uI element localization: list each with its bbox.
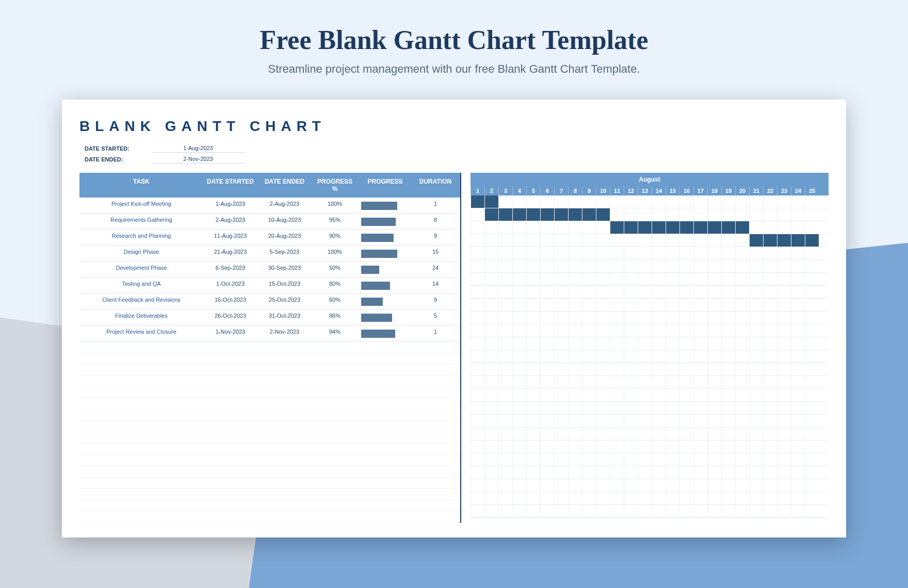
- gantt-cell: [652, 337, 666, 350]
- gantt-cell: [652, 312, 666, 324]
- task-table-header: TASK DATE STARTED DATE ENDED PROGRESS % …: [79, 173, 460, 198]
- gantt-cell: [512, 363, 526, 375]
- gantt-cell: [721, 247, 735, 259]
- gantt-cell: [763, 234, 777, 247]
- gantt-cell: [596, 415, 610, 427]
- gantt-cell: [693, 389, 707, 401]
- cell-date-ended: 20-Aug-2023: [257, 230, 312, 245]
- gantt-cell: [693, 440, 707, 453]
- gantt-cell: [471, 376, 484, 388]
- meta-date-ended-value[interactable]: 2-Nov-2023: [152, 155, 245, 164]
- gantt-cell: [484, 363, 498, 375]
- gantt-cell: [805, 234, 819, 247]
- gantt-cell: [735, 299, 749, 311]
- gantt-cell: [805, 415, 819, 427]
- gantt-cell: [763, 208, 777, 221]
- gantt-cell: [638, 312, 652, 324]
- empty-row: [79, 489, 460, 500]
- gantt-cell: [596, 234, 610, 247]
- cell-progress-pct: 100%: [312, 198, 358, 213]
- table-row[interactable]: Client Feedback and Revisions16-Oct-2023…: [79, 293, 460, 309]
- gantt-cell: [693, 324, 707, 337]
- gantt-cell: [652, 221, 666, 234]
- gantt-cell: [624, 466, 638, 479]
- gantt-cell: [624, 312, 638, 324]
- gantt-cell: [721, 453, 735, 466]
- gantt-cell: [512, 466, 526, 479]
- gantt-row: [471, 208, 829, 221]
- gantt-cell: [763, 466, 777, 479]
- table-row[interactable]: Development Phase6-Sep-202330-Sep-202350…: [79, 262, 460, 277]
- meta-block: DATE STARTED: 1-Aug-2023 DATE ENDED: 2-N…: [85, 144, 829, 164]
- gantt-cell: [568, 208, 582, 221]
- gantt-cell: [805, 299, 819, 311]
- gantt-cell: [512, 492, 526, 504]
- table-row[interactable]: Requirements Gathering2-Aug-202310-Aug-2…: [79, 214, 460, 230]
- gantt-day: 2: [484, 186, 498, 195]
- gantt-cell: [596, 466, 610, 479]
- gantt-cell: [749, 389, 763, 401]
- gantt-cell: [805, 273, 819, 285]
- gantt-cell: [526, 195, 540, 208]
- gantt-cell: [721, 440, 735, 453]
- table-row[interactable]: Project Review and Closure1-Nov-20232-No…: [79, 325, 460, 341]
- gantt-cell: [512, 337, 526, 350]
- gantt-cell: [735, 479, 749, 492]
- gantt-cell: [610, 389, 624, 401]
- meta-date-started-value[interactable]: 1-Aug-2023: [152, 144, 245, 153]
- gantt-cell: [735, 440, 749, 453]
- gantt-cell: [484, 453, 498, 466]
- gantt-cell: [749, 350, 763, 363]
- gantt-cell: [582, 247, 596, 259]
- gantt-cell: [666, 299, 679, 311]
- table-row[interactable]: Research and Planning11-Aug-202320-Aug-2…: [79, 230, 460, 246]
- gantt-day: 19: [721, 186, 735, 195]
- gantt-cell: [540, 440, 554, 453]
- cell-date-started: 11-Aug-2023: [203, 230, 257, 245]
- gantt-cell: [484, 428, 498, 440]
- empty-row: [79, 500, 460, 512]
- gantt-cell: [512, 440, 526, 453]
- gantt-row: [471, 415, 829, 428]
- task-table: TASK DATE STARTED DATE ENDED PROGRESS % …: [79, 173, 461, 523]
- gantt-cell: [498, 208, 512, 221]
- gantt-cell: [484, 260, 498, 272]
- gantt-cell: [679, 324, 693, 337]
- gantt-cell: [596, 273, 610, 285]
- gantt-cell: [512, 312, 526, 324]
- gantt-day: 7: [554, 186, 568, 195]
- gantt-cell: [582, 466, 596, 479]
- gantt-row: [471, 466, 829, 479]
- gantt-cell: [707, 195, 721, 208]
- gantt-cell: [624, 299, 638, 311]
- gantt-cell: [568, 324, 582, 337]
- gantt-cell: [805, 350, 819, 363]
- gantt-cell: [763, 286, 777, 298]
- gantt-cell: [652, 363, 666, 375]
- gantt-cell: [749, 402, 763, 414]
- gantt-cell: [540, 479, 554, 492]
- cell-date-started: 1-Nov-2023: [203, 325, 257, 341]
- gantt-cell: [693, 350, 707, 363]
- gantt-cell: [749, 428, 763, 440]
- cell-date-ended: 2-Aug-2023: [257, 198, 312, 213]
- gantt-cell: [624, 195, 638, 208]
- gantt-cell: [652, 324, 666, 337]
- table-row[interactable]: Testing and QA1-Oct-202315-Oct-202380%14: [79, 277, 460, 293]
- gantt-cell: [471, 324, 484, 337]
- table-row[interactable]: Design Phase21-Aug-20235-Sep-2023100%15: [79, 246, 460, 262]
- gantt-cell: [526, 428, 540, 440]
- table-row[interactable]: Project Kick-off Meeting1-Aug-20232-Aug-…: [79, 198, 460, 214]
- gantt-cell: [526, 466, 540, 479]
- gantt-cell: [471, 350, 484, 363]
- table-row[interactable]: Finalize Deliverables26-Oct-202331-Oct-2…: [79, 309, 460, 325]
- gantt-cell: [582, 312, 596, 324]
- gantt-cell: [554, 492, 568, 504]
- gantt-row: [471, 260, 829, 273]
- gantt-cell: [721, 221, 735, 234]
- gantt-cell: [777, 312, 791, 324]
- gantt-cell: [540, 221, 554, 234]
- gantt-cell: [526, 389, 540, 401]
- gantt-cell: [763, 273, 777, 285]
- gantt-cell: [484, 350, 498, 363]
